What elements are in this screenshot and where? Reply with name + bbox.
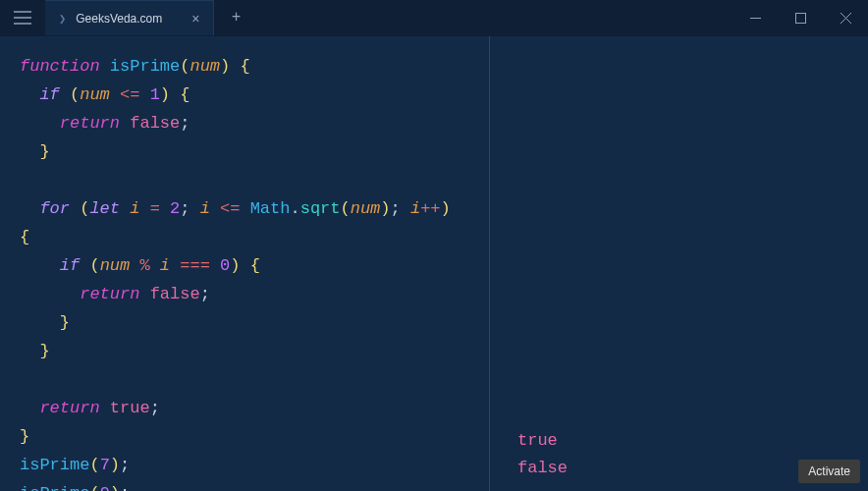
app-window: ❯ GeeksVeda.com × + function isPrime(num… [0, 0, 868, 491]
window-maximize-button[interactable] [778, 0, 823, 35]
title-bar: ❯ GeeksVeda.com × + [0, 0, 868, 36]
tab-geeksveda[interactable]: ❯ GeeksVeda.com × [45, 0, 214, 35]
activate-button[interactable]: Activate [798, 460, 860, 483]
window-close-button[interactable] [823, 0, 868, 35]
editor-split: function isPrime(num) { if (num <= 1) { … [0, 36, 868, 491]
output-line: true [517, 431, 558, 450]
close-icon [841, 13, 851, 24]
titlebar-spacer [257, 0, 732, 35]
console-output: true false [517, 427, 568, 482]
tab-close-button[interactable]: × [191, 12, 199, 26]
code-editor-pane[interactable]: function isPrime(num) { if (num <= 1) { … [0, 36, 490, 491]
output-pane: true false [490, 36, 868, 491]
tab-prefix-icon: ❯ [59, 13, 66, 25]
new-tab-button[interactable]: + [214, 0, 257, 35]
maximize-icon [795, 13, 806, 24]
svg-rect-0 [795, 13, 805, 23]
tab-title: GeeksVeda.com [76, 13, 162, 25]
output-line: false [517, 459, 568, 477]
menu-button[interactable] [0, 0, 45, 35]
minimize-icon [750, 13, 761, 24]
window-minimize-button[interactable] [732, 0, 778, 35]
hamburger-icon [14, 11, 31, 25]
